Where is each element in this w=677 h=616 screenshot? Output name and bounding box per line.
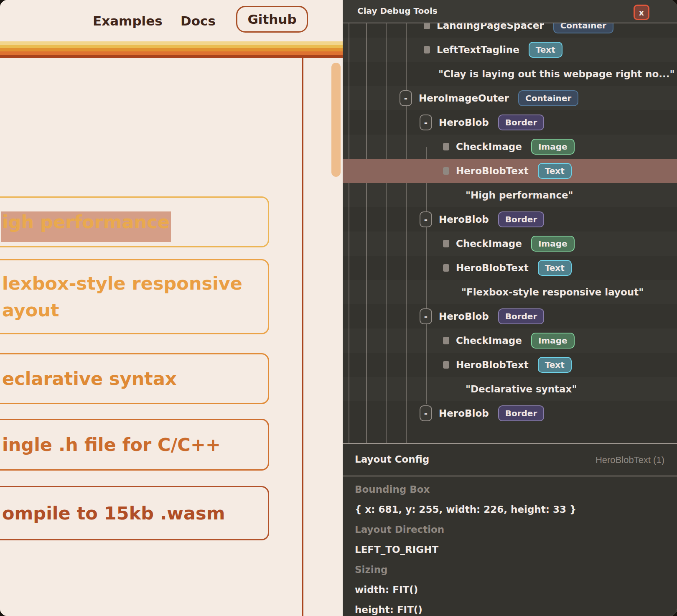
leaf-bullet-icon (424, 46, 430, 53)
collapse-toggle[interactable]: - (420, 405, 432, 421)
feature-box: eclarative syntax (0, 353, 269, 404)
tree-row[interactable]: CheckImageImage (343, 232, 677, 256)
node-type-badge: Container (553, 23, 613, 33)
stripe-band (0, 55, 343, 58)
node-type-badge: Border (498, 308, 545, 324)
node-type-badge: Border (498, 211, 545, 227)
node-type-badge: Border (498, 115, 545, 130)
collapse-toggle[interactable]: - (420, 308, 432, 324)
tree-row[interactable]: HeroBlobTextText (343, 353, 677, 377)
tree-node-label: HeroBlob (439, 408, 489, 419)
leaf-bullet-icon (424, 23, 430, 29)
config-field-value: LEFT_TO_RIGHT (355, 543, 677, 556)
feature-box-text: ayout (2, 297, 268, 323)
tree-row[interactable]: HeroBlobTextText (343, 159, 677, 183)
node-text-content: "Declarative syntax" (466, 384, 577, 395)
leaf-bullet-icon (443, 361, 449, 369)
top-nav: Examples Docs Github (0, 0, 343, 41)
node-type-badge: Container (518, 90, 578, 106)
header-stripe (0, 41, 343, 58)
stripe-band (0, 51, 343, 55)
tree-row[interactable]: CheckImageImage (343, 328, 677, 353)
clay-debug-panel: LandingPageSpacerContainerLeftTextTaglin… (343, 0, 677, 616)
nav-link-docs[interactable]: Docs (181, 13, 216, 28)
leaf-bullet-icon (443, 143, 449, 150)
tree-row[interactable]: -HeroBlobBorder (343, 110, 677, 135)
tree-node-label: HeroBlob (439, 117, 489, 128)
tree-node-label: HeroBlobText (456, 262, 529, 273)
config-field-label: Bounding Box (355, 483, 677, 496)
config-field-label: Sizing (355, 563, 677, 576)
close-button[interactable]: x (634, 5, 649, 20)
github-button[interactable]: Github (236, 6, 308, 33)
element-tree: LandingPageSpacerContainerLeftTextTaglin… (343, 23, 677, 443)
tree-node-label: HeroBlob (439, 214, 489, 225)
feature-box-text: lexbox-style responsive (2, 270, 268, 297)
tree-row[interactable]: LandingPageSpacerContainer (343, 23, 677, 38)
tree-quote-row[interactable]: "Flexbox-style responsive layout" (343, 280, 677, 304)
node-text-content: "Flexbox-style responsive layout" (461, 287, 644, 298)
tree-node-label: LeftTextTagline (437, 44, 519, 55)
tree-row[interactable]: -HeroImageOuterContainer (343, 86, 677, 110)
node-type-badge: Text (529, 42, 562, 58)
tree-row[interactable]: LeftTextTaglineText (343, 38, 677, 62)
feature-box-text: ompile to 15kb .wasm (2, 500, 268, 527)
layout-config-section: Layout Config HeroBlobText (1) Bounding … (343, 443, 677, 616)
nav-link-examples[interactable]: Examples (93, 13, 163, 28)
tree-node-label: HeroBlobText (456, 165, 529, 176)
layout-config-header: Layout Config HeroBlobText (1) (343, 444, 677, 476)
selected-element-name: HeroBlobText (1) (596, 455, 664, 466)
tree-row[interactable]: -HeroBlobBorder (343, 304, 677, 328)
tree-row[interactable]: CheckImageImage (343, 135, 677, 159)
node-type-badge: Text (538, 163, 572, 179)
node-text-content: "High performance" (466, 190, 573, 201)
stripe-band (0, 48, 343, 51)
stripe-band (0, 45, 343, 48)
stripe-band (0, 41, 343, 45)
feature-box: ompile to 15kb .wasm (0, 486, 269, 540)
page-scrollbar-thumb[interactable] (331, 63, 341, 177)
collapse-toggle[interactable]: - (420, 115, 432, 130)
tree-row[interactable]: -HeroBlobBorder (343, 207, 677, 232)
page-section-divider (302, 58, 303, 616)
leaf-bullet-icon (443, 240, 449, 247)
tree-row[interactable]: -HeroBlobBorder (343, 401, 677, 425)
website-page: Examples Docs Github igh performancelexb… (0, 0, 343, 616)
tree-node-label: CheckImage (456, 238, 522, 249)
collapse-toggle[interactable]: - (400, 90, 412, 106)
debug-panel-titlebar: Clay Debug Tools x (343, 0, 677, 23)
tree-node-label: HeroBlobText (456, 359, 529, 370)
tree-quote-row[interactable]: "High performance" (343, 183, 677, 207)
config-field-value: width: FIT() (355, 583, 677, 596)
config-field-label: Layout Direction (355, 523, 677, 536)
node-type-badge: Image (531, 333, 575, 349)
tree-node-label: CheckImage (456, 335, 522, 346)
node-type-badge: Text (538, 260, 572, 276)
config-field-value: { x: 681, y: 255, width: 226, height: 33… (355, 503, 677, 516)
tree-row[interactable]: HeroBlobTextText (343, 256, 677, 280)
layout-config-body: Bounding Box{ x: 681, y: 255, width: 226… (343, 476, 677, 616)
tree-quote-row[interactable]: "Declarative syntax" (343, 377, 677, 401)
feature-box: ingle .h file for C/C++ (0, 419, 269, 471)
feature-box: igh performance (0, 196, 269, 247)
tree-node-label: LandingPageSpacer (437, 23, 544, 31)
node-type-badge: Border (498, 405, 545, 421)
feature-box: lexbox-style responsiveayout (0, 259, 269, 334)
tree-node-label: HeroBlob (439, 311, 489, 322)
leaf-bullet-icon (443, 264, 449, 272)
leaf-bullet-icon (443, 167, 449, 175)
node-text-content: "Clay is laying out this webpage right n… (438, 69, 675, 79)
layout-config-title: Layout Config (355, 454, 429, 465)
tree-quote-row[interactable]: "Clay is laying out this webpage right n… (343, 62, 677, 86)
tree-node-label: HeroImageOuter (419, 93, 509, 104)
config-field-value: height: FIT() (355, 603, 677, 616)
collapse-toggle[interactable]: - (420, 211, 432, 227)
feature-box-text: ingle .h file for C/C++ (2, 431, 268, 458)
feature-box-text: eclarative syntax (2, 365, 268, 392)
feature-box-text: igh performance (2, 209, 268, 235)
debug-panel-title: Clay Debug Tools (357, 6, 438, 16)
node-type-badge: Text (538, 357, 572, 373)
leaf-bullet-icon (443, 337, 449, 344)
app-window: Examples Docs Github igh performancelexb… (0, 0, 677, 616)
node-type-badge: Image (531, 236, 575, 252)
